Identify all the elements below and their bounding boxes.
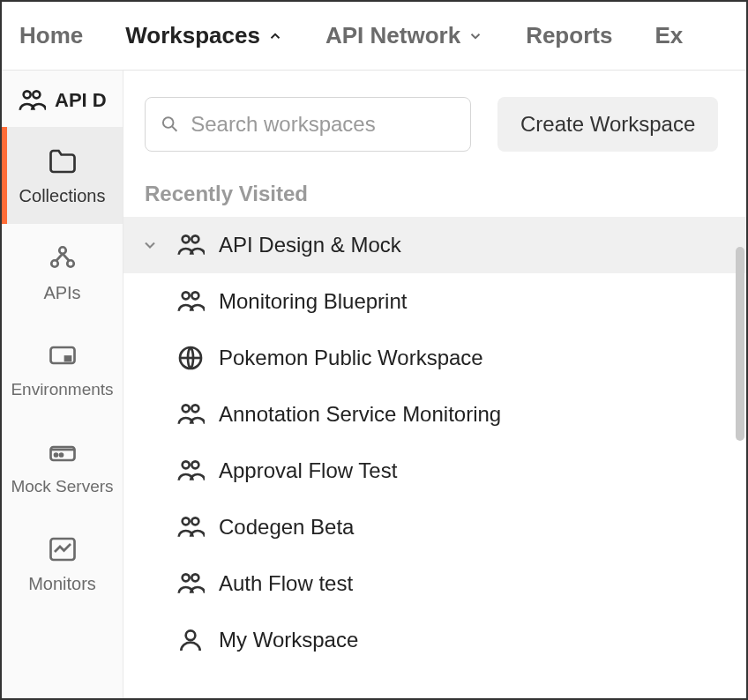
- svg-point-10: [55, 454, 57, 457]
- workspace-name: Pokemon Public Workspace: [219, 346, 483, 370]
- search-icon: [160, 113, 180, 136]
- team-icon: [176, 570, 205, 598]
- svg-point-2: [59, 247, 66, 254]
- team-icon: [18, 86, 46, 115]
- workspace-name: Monitoring Blueprint: [219, 289, 407, 314]
- dropdown-header: Create Workspace: [123, 71, 746, 171]
- sidebar-item-monitors[interactable]: Monitors: [2, 515, 123, 612]
- svg-point-11: [60, 454, 63, 457]
- workspace-name: Codegen Beta: [219, 515, 354, 540]
- sidebar-label: Collections: [19, 186, 106, 206]
- section-label: Recently Visited: [123, 171, 746, 217]
- nav-workspaces[interactable]: Workspaces: [125, 22, 283, 49]
- team-icon: [176, 513, 205, 541]
- sidebar-item-mock-servers[interactable]: Mock Servers: [2, 418, 123, 515]
- svg-point-28: [186, 630, 196, 640]
- workspace-name: Annotation Service Monitoring: [219, 402, 501, 427]
- nav-home-label: Home: [19, 22, 83, 49]
- workspace-item[interactable]: Pokemon Public Workspace: [123, 330, 746, 386]
- workspace-item[interactable]: My Workspace: [123, 612, 746, 668]
- svg-point-17: [183, 292, 190, 299]
- workspace-header[interactable]: API D: [2, 71, 123, 127]
- workspace-name: My Workspace: [219, 628, 358, 652]
- scrollbar[interactable]: [736, 247, 744, 441]
- top-nav: Home Workspaces API Network Reports Ex: [2, 2, 746, 71]
- svg-line-6: [63, 253, 70, 260]
- team-icon: [176, 457, 205, 485]
- sidebar-label: Monitors: [28, 574, 96, 594]
- svg-point-21: [191, 405, 198, 412]
- workspace-item[interactable]: Auth Flow test: [123, 555, 746, 612]
- workspace-name: Approval Flow Test: [219, 458, 397, 483]
- chevron-up-icon: [267, 28, 283, 44]
- search-workspaces[interactable]: [145, 97, 471, 152]
- globe-icon: [176, 344, 205, 372]
- sidebar-label: Environments: [11, 380, 113, 399]
- monitors-icon: [47, 533, 79, 565]
- sidebar-item-collections[interactable]: Collections: [2, 127, 123, 224]
- workspace-item[interactable]: Annotation Service Monitoring: [123, 386, 746, 443]
- workspace-name: API D: [55, 89, 107, 112]
- sidebar-item-apis[interactable]: APIs: [2, 224, 123, 321]
- workspaces-dropdown: Create Workspace Recently Visited API De…: [123, 71, 746, 698]
- mock-servers-icon: [47, 436, 79, 468]
- svg-point-27: [191, 574, 198, 581]
- workspace-item[interactable]: Monitoring Blueprint: [123, 273, 746, 330]
- chevron-down-icon[interactable]: [138, 236, 162, 254]
- search-input[interactable]: [191, 112, 456, 137]
- workspace-item[interactable]: Approval Flow Test: [123, 443, 746, 499]
- svg-line-14: [172, 126, 176, 130]
- svg-rect-8: [65, 357, 71, 361]
- svg-point-15: [183, 235, 190, 242]
- svg-point-26: [183, 574, 190, 581]
- nav-api-network-label: API Network: [325, 22, 460, 49]
- sidebar-label: APIs: [43, 283, 80, 303]
- svg-point-1: [33, 91, 40, 98]
- team-icon: [176, 287, 205, 316]
- workspace-name: API Design & Mock: [219, 233, 401, 257]
- nav-reports-label: Reports: [526, 22, 612, 49]
- workspace-list: API Design & Mock Monitoring Blueprint P…: [123, 217, 746, 698]
- nav-reports[interactable]: Reports: [526, 22, 612, 49]
- workspace-name: Auth Flow test: [219, 571, 353, 596]
- svg-point-16: [191, 235, 198, 242]
- chevron-down-icon: [468, 28, 483, 44]
- environments-icon: [47, 339, 79, 371]
- team-icon: [176, 400, 205, 428]
- svg-point-0: [24, 91, 31, 98]
- nav-workspaces-label: Workspaces: [125, 22, 260, 49]
- folder-icon: [47, 145, 79, 177]
- create-workspace-button[interactable]: Create Workspace: [497, 97, 718, 152]
- workspace-item[interactable]: API Design & Mock: [123, 217, 746, 273]
- svg-point-25: [191, 518, 198, 525]
- person-icon: [176, 626, 205, 654]
- team-icon: [176, 231, 205, 259]
- svg-point-18: [191, 292, 198, 299]
- main-area: API D Collections APIs Environments Mock…: [2, 71, 746, 698]
- svg-point-24: [183, 518, 190, 525]
- svg-line-5: [56, 253, 63, 260]
- nav-home[interactable]: Home: [19, 22, 83, 49]
- svg-point-22: [183, 461, 190, 468]
- svg-point-20: [183, 405, 190, 412]
- nav-explore[interactable]: Ex: [654, 22, 683, 49]
- workspace-item[interactable]: Codegen Beta: [123, 499, 746, 555]
- svg-point-23: [191, 461, 198, 468]
- sidebar-item-environments[interactable]: Environments: [2, 321, 123, 418]
- nav-api-network[interactable]: API Network: [325, 22, 483, 49]
- nav-explore-label: Ex: [654, 22, 683, 49]
- sidebar-label: Mock Servers: [11, 477, 113, 496]
- sidebar: API D Collections APIs Environments Mock…: [2, 71, 123, 698]
- svg-point-13: [163, 117, 174, 128]
- apis-icon: [47, 242, 79, 274]
